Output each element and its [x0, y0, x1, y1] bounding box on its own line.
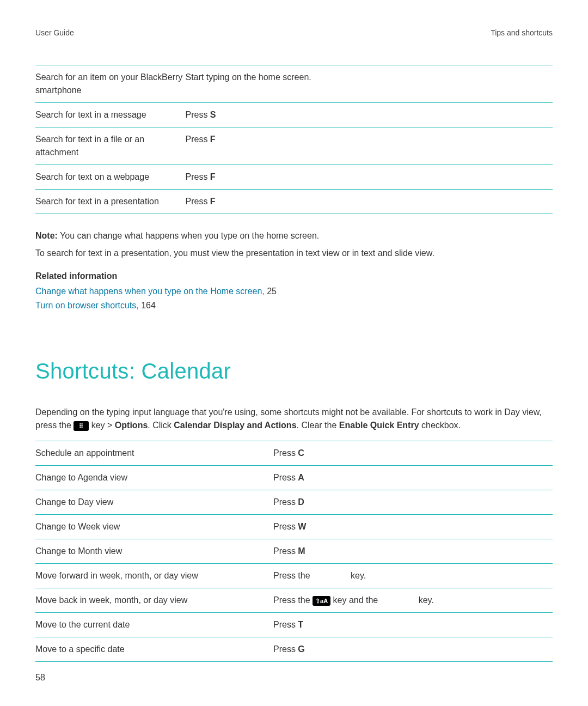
intro-part-e: . Clear the — [297, 421, 339, 430]
key-label: M — [298, 546, 305, 556]
key-label: A — [298, 473, 304, 482]
key-label: S — [210, 110, 216, 119]
table-row: Move to the current datePress T — [35, 613, 553, 637]
shortcut-action: Search for text on a webpage — [35, 165, 186, 190]
shortcut-instruction: Press A — [273, 466, 553, 490]
intro-part-f: checkbox. — [419, 421, 461, 430]
table-row: Search for text on a webpagePress F — [35, 165, 553, 190]
shortcut-action: Change to Agenda view — [35, 466, 273, 490]
shortcut-instruction: Press C — [273, 441, 553, 466]
key-label: G — [298, 644, 304, 654]
note-block: Note: You can change what happens when y… — [35, 229, 553, 260]
shortcut-instruction: Press F — [186, 165, 553, 190]
page-number: 58 — [35, 671, 45, 684]
blackberry-key-icon: ⠿ — [74, 421, 89, 431]
table-row: Search for an item on your BlackBerry sm… — [35, 65, 553, 103]
table-row: Move forward in week, month, or day view… — [35, 564, 553, 588]
shortcut-action: Search for an item on your BlackBerry sm… — [35, 65, 186, 103]
shortcut-instruction: Press M — [273, 539, 553, 564]
intro-part-c: key > — [91, 421, 115, 430]
shortcut-action: Move to a specific date — [35, 637, 273, 662]
related-link[interactable]: Turn on browser shortcuts, — [35, 301, 139, 310]
table-row: Search for text in a presentationPress F — [35, 190, 553, 214]
table-row: Schedule an appointmentPress C — [35, 441, 553, 466]
key-label: F — [210, 197, 216, 206]
related-link-page: 25 — [265, 287, 277, 296]
shortcut-instruction: Press the ⇧aA key and the key. — [273, 588, 553, 613]
related-link[interactable]: Change what happens when you type on the… — [35, 287, 265, 296]
shortcut-action: Search for text in a presentation — [35, 190, 186, 214]
table-row: Move to a specific datePress G — [35, 637, 553, 662]
intro-eqe: Enable Quick Entry — [339, 421, 419, 430]
shortcut-instruction: Press G — [273, 637, 553, 662]
page-header: User Guide Tips and shortcuts — [35, 27, 553, 39]
calendar-shortcuts-table: Schedule an appointmentPress CChange to … — [35, 441, 553, 662]
shortcut-instruction: Press T — [273, 613, 553, 637]
key-label: C — [298, 448, 304, 458]
table-row: Change to Agenda viewPress A — [35, 466, 553, 490]
note-label: Note: — [35, 231, 58, 240]
related-link-row: Turn on browser shortcuts, 164 — [35, 299, 553, 312]
intro-cda: Calendar Display and Actions — [174, 421, 296, 430]
shortcut-action: Search for text in a file or an attachme… — [35, 127, 186, 165]
related-information: Related information Change what happens … — [35, 270, 553, 312]
note-text: You can change what happens when you typ… — [58, 231, 319, 240]
header-left: User Guide — [35, 27, 74, 39]
key-label: F — [210, 135, 216, 144]
table-row: Change to Day viewPress D — [35, 490, 553, 515]
shortcut-instruction: Press W — [273, 515, 553, 539]
calendar-intro: Depending on the typing input language t… — [35, 406, 553, 432]
related-link-page: 164 — [139, 301, 156, 310]
intro-part-d: . Click — [148, 421, 174, 430]
note-line-2: To search for text in a presentation, yo… — [35, 247, 553, 260]
shortcut-action: Schedule an appointment — [35, 441, 273, 466]
key-label: W — [298, 522, 306, 531]
section-title: Shortcuts: Calendar — [35, 355, 553, 387]
intro-part-a: Depending on the typing input language t… — [35, 407, 504, 417]
shortcut-instruction: Press F — [186, 190, 553, 214]
table-row: Change to Month viewPress M — [35, 539, 553, 564]
key-label: D — [298, 497, 304, 507]
search-shortcuts-table: Search for an item on your BlackBerry sm… — [35, 65, 553, 214]
shortcut-action: Move to the current date — [35, 613, 273, 637]
shortcut-action: Change to Week view — [35, 515, 273, 539]
shortcut-action: Move back in week, month, or day view — [35, 588, 273, 613]
shortcut-instruction: Press F — [186, 127, 553, 165]
intro-options: Options — [115, 421, 148, 430]
related-link-row: Change what happens when you type on the… — [35, 285, 553, 298]
table-row: Change to Week viewPress W — [35, 515, 553, 539]
shortcut-instruction: Press the key. — [273, 564, 553, 588]
key-label: F — [210, 172, 216, 181]
key-label: T — [298, 620, 303, 629]
shortcut-action: Change to Day view — [35, 490, 273, 515]
shift-key-icon: ⇧aA — [313, 596, 330, 606]
shortcut-action: Change to Month view — [35, 539, 273, 564]
shortcut-instruction: Start typing on the home screen. — [186, 65, 553, 103]
note-line-1: Note: You can change what happens when y… — [35, 229, 553, 242]
table-row: Move back in week, month, or day viewPre… — [35, 588, 553, 613]
shortcut-action: Move forward in week, month, or day view — [35, 564, 273, 588]
table-row: Search for text in a file or an attachme… — [35, 127, 553, 165]
related-heading: Related information — [35, 270, 553, 283]
table-row: Search for text in a messagePress S — [35, 103, 553, 127]
shortcut-instruction: Press S — [186, 103, 553, 127]
shortcut-instruction: Press D — [273, 490, 553, 515]
header-right: Tips and shortcuts — [491, 27, 553, 39]
shortcut-action: Search for text in a message — [35, 103, 186, 127]
